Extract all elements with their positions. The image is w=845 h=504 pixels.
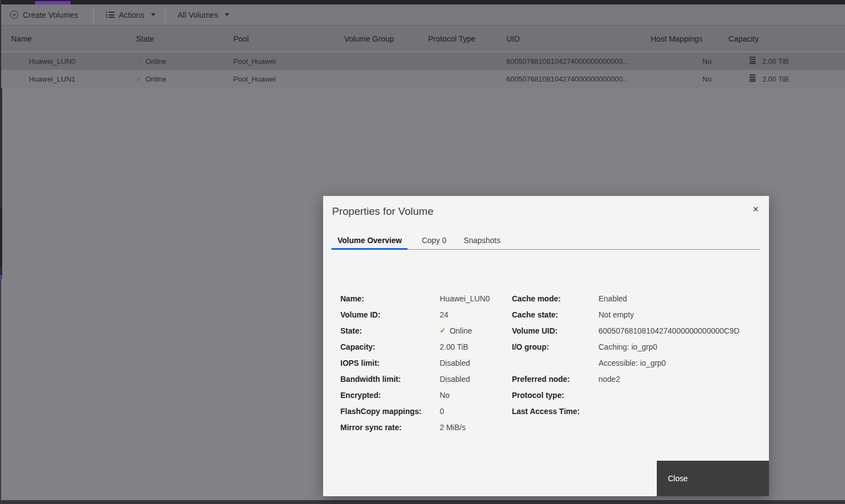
property-row-iops-limit: IOPS limit: Disabled bbox=[340, 355, 507, 371]
property-row-flashcopy-mappings: FlashCopy mappings: 0 bbox=[340, 403, 507, 419]
tab-snapshots[interactable]: Snapshots bbox=[457, 233, 506, 250]
column-header-pool[interactable]: Pool bbox=[233, 34, 249, 43]
property-value: 2 MiB/s bbox=[440, 423, 466, 432]
property-row-volume-uid: Volume UID: 6005076810810427400000000000… bbox=[512, 322, 759, 339]
property-label: Cache state: bbox=[512, 310, 598, 319]
volume-state: Online bbox=[145, 75, 167, 83]
property-row-io-group: I/O group: Caching: io_grp0 bbox=[512, 339, 759, 355]
property-row-preferred-node: Preferred node: node2 bbox=[512, 371, 759, 387]
volume-pool: Pool_Huawei bbox=[233, 57, 276, 65]
capacity-value: 2.00 TiB bbox=[762, 75, 789, 83]
column-header-state[interactable]: State bbox=[136, 34, 154, 43]
host-mappings: No bbox=[702, 75, 712, 83]
property-row-mirror-sync-rate: Mirror sync rate: 2 MiB/s bbox=[340, 419, 507, 435]
volumes-toolbar: + Create Volumes Actions All Volumes bbox=[1, 4, 845, 25]
property-value: No bbox=[440, 391, 450, 400]
property-label: State: bbox=[340, 326, 440, 335]
sidebar-edge-accent bbox=[0, 275, 2, 279]
close-button[interactable]: Close bbox=[657, 461, 769, 496]
property-value: 0 bbox=[440, 407, 444, 416]
property-value: Huawei_LUN0 bbox=[440, 294, 490, 303]
property-value: 2.00 TiB bbox=[440, 342, 468, 351]
tab-copy-0[interactable]: Copy 0 bbox=[416, 233, 452, 250]
property-value: ✓ Online bbox=[440, 326, 472, 335]
property-row-state: State: ✓ Online bbox=[340, 322, 507, 339]
property-value: Caching: io_grp0 bbox=[598, 342, 657, 351]
property-label: Protocol type: bbox=[512, 391, 598, 400]
close-icon[interactable]: ✕ bbox=[748, 202, 763, 216]
table-row[interactable]: Huawei_LUN0 ✓ Online Pool_Huawei 6005076… bbox=[1, 52, 845, 70]
property-label: I/O group: bbox=[512, 342, 598, 351]
column-header-name[interactable]: Name bbox=[11, 34, 32, 43]
properties-modal: Properties for Volume ✕ Volume Overview … bbox=[323, 196, 769, 496]
column-header-host-mappings[interactable]: Host Mappings bbox=[651, 34, 702, 43]
app-screen: + Create Volumes Actions All Volumes Nam… bbox=[0, 0, 845, 504]
volume-state: Online bbox=[145, 57, 167, 65]
property-label: Volume UID: bbox=[512, 326, 598, 335]
property-value: Disabled bbox=[440, 375, 470, 384]
list-icon bbox=[106, 12, 114, 18]
create-volumes-label: Create Volumes bbox=[23, 11, 78, 19]
property-row-protocol-type: Protocol type: bbox=[512, 387, 759, 403]
property-value: 24 bbox=[440, 310, 449, 319]
property-row-capacity: Capacity: 2.00 TiB bbox=[340, 339, 507, 355]
column-header-protocol-type[interactable]: Protocol Type bbox=[428, 34, 475, 43]
property-row-cache-state: Cache state: Not empty bbox=[512, 306, 759, 322]
volume-filter-label: All Volumes bbox=[178, 11, 218, 19]
create-volumes-button[interactable]: + Create Volumes bbox=[10, 4, 78, 25]
toolbar-separator bbox=[93, 8, 94, 22]
close-button-label: Close bbox=[668, 474, 688, 483]
property-label: Encrypted: bbox=[340, 391, 440, 400]
property-row-bandwidth-limit: Bandwidth limit: Disabled bbox=[340, 371, 507, 387]
column-header-capacity[interactable]: Capacity bbox=[728, 34, 758, 43]
property-label: Capacity: bbox=[340, 342, 440, 351]
capacity-value: 2.00 TiB bbox=[762, 57, 789, 65]
top-bar bbox=[0, 0, 845, 4]
chevron-down-icon bbox=[225, 13, 229, 16]
property-label: Volume ID: bbox=[340, 310, 440, 319]
actions-label: Actions bbox=[119, 11, 144, 19]
properties-left-column: Name: Huawei_LUN0 Volume ID: 24 State: ✓… bbox=[340, 290, 507, 435]
volume-name: Huawei_LUN1 bbox=[29, 75, 76, 83]
tab-volume-overview[interactable]: Volume Overview bbox=[331, 233, 408, 250]
active-tab-indicator bbox=[331, 248, 408, 250]
status-check-icon: ✓ bbox=[136, 57, 142, 65]
capacity-gauge-icon bbox=[750, 74, 756, 82]
property-label: Cache mode: bbox=[512, 294, 598, 303]
property-label: FlashCopy mappings: bbox=[340, 407, 440, 416]
plus-circle-icon: + bbox=[10, 11, 18, 19]
actions-menu-button[interactable]: Actions bbox=[106, 4, 155, 25]
volume-pool: Pool_Huawei bbox=[233, 75, 276, 83]
property-row-last-access-time: Last Access Time: bbox=[512, 403, 759, 419]
property-value: 60050768108104274000000000000C9D bbox=[598, 326, 740, 335]
property-label: Mirror sync rate: bbox=[340, 423, 440, 432]
status-check-icon: ✓ bbox=[440, 326, 446, 335]
volume-uid: 60050768108104274000000000000... bbox=[506, 75, 629, 83]
property-value: Disabled bbox=[440, 359, 470, 367]
properties-right-column: Cache mode: Enabled Cache state: Not emp… bbox=[512, 290, 759, 419]
modal-tabs: Volume Overview Copy 0 Snapshots bbox=[331, 233, 506, 250]
property-row-name: Name: Huawei_LUN0 bbox=[340, 290, 507, 306]
column-header-volume-group[interactable]: Volume Group bbox=[344, 34, 394, 43]
column-header-uid[interactable]: UID bbox=[506, 34, 520, 43]
property-row-encrypted: Encrypted: No bbox=[340, 387, 507, 403]
property-value: Not empty bbox=[598, 310, 634, 319]
bottom-bar bbox=[0, 500, 845, 504]
toolbar-separator bbox=[165, 8, 165, 22]
property-label: Bandwidth limit: bbox=[340, 375, 440, 384]
property-label: Preferred node: bbox=[512, 375, 598, 384]
property-row-io-group-accessible: Accessible: io_grp0 bbox=[512, 355, 759, 371]
property-label: IOPS limit: bbox=[340, 359, 440, 367]
host-mappings: No bbox=[702, 57, 712, 65]
capacity-gauge-icon bbox=[750, 57, 756, 64]
property-label: Name: bbox=[340, 294, 440, 303]
volume-filter-dropdown[interactable]: All Volumes bbox=[178, 4, 229, 25]
volume-name: Huawei_LUN0 bbox=[29, 57, 76, 65]
sidebar-edge-segment bbox=[0, 208, 2, 266]
table-row[interactable]: Huawei_LUN1 ✓ Online Pool_Huawei 6005076… bbox=[1, 70, 845, 88]
modal-title: Properties for Volume bbox=[332, 205, 434, 218]
status-check-icon: ✓ bbox=[136, 75, 142, 83]
chevron-down-icon bbox=[151, 13, 155, 16]
volumes-table-header: Name State Pool Volume Group Protocol Ty… bbox=[1, 25, 845, 52]
property-value: Accessible: io_grp0 bbox=[598, 359, 666, 367]
